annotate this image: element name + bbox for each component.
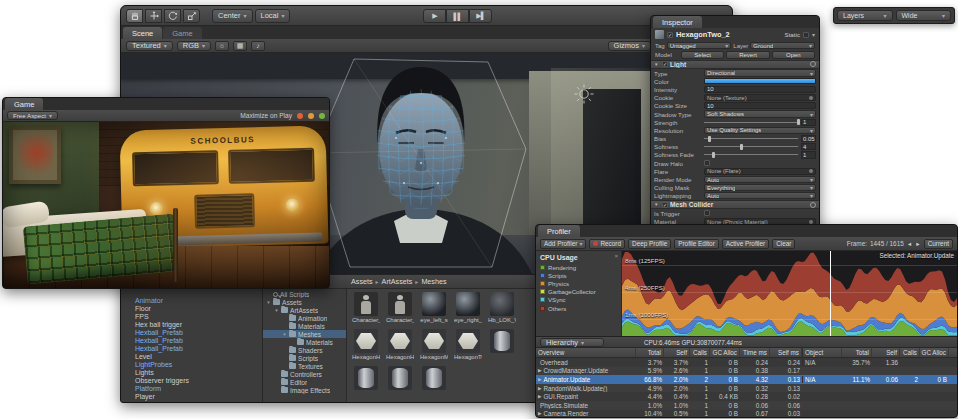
asset-item[interactable] [386,366,414,398]
tree-item[interactable]: Editor [263,378,346,386]
legend-item[interactable]: Others [540,304,617,312]
legend-item[interactable]: VSync [540,296,617,304]
hierarchy-item[interactable]: Level [121,353,262,361]
gameobject-name[interactable]: HexagonTwo_2 [676,30,782,39]
slider[interactable]: 1 [704,151,816,158]
slider-thumb[interactable] [740,144,743,150]
hierarchy-item[interactable]: Animator [121,297,262,305]
profiler-row[interactable]: ▶Animator.Update66.8%2.0%20 B4.320.13N/A… [536,375,957,384]
clear-button[interactable]: Clear [772,239,795,249]
asset-item[interactable]: Character_1 [352,292,380,324]
chevron-down-icon[interactable]: ▾ [812,31,815,38]
overlay-toggle[interactable]: ▦ [233,41,247,51]
text-field[interactable]: 10 [704,86,816,93]
asset-item[interactable] [488,329,516,361]
column-header[interactable]: Self ms [770,348,802,357]
hierarchy-item[interactable]: Floor [121,305,262,313]
gizmos-dropdown[interactable]: Gizmos ▾ [608,41,651,51]
gear-icon[interactable] [810,61,816,67]
tree-item[interactable]: Controllers [263,370,346,378]
tab-inspector[interactable]: Inspector [653,16,702,28]
revert-button[interactable]: Revert [726,51,769,59]
tree-item[interactable]: ▼Meshes [263,330,346,338]
column-header[interactable]: Self [872,348,900,357]
object-field[interactable]: None (Flare) [704,168,816,175]
text-field[interactable]: 10 [704,102,816,109]
component-header[interactable]: ▼Light [651,60,819,69]
asset-item[interactable]: eye_left_s [420,292,448,324]
checkbox-box[interactable] [704,210,710,216]
game-viewport[interactable]: SCHOOLBUS [3,122,329,288]
profiler-row[interactable]: ▶CrowdManager.Update5.9%2.6%10 B0.380.17 [536,367,957,376]
light-gizmo-icon[interactable] [573,83,595,105]
legend-item[interactable]: Physics [540,279,617,287]
tree-item[interactable]: Animation [263,314,346,322]
active-profiler-dropdown[interactable]: Active Profiler [722,239,769,249]
tree-item[interactable]: Shaders [263,346,346,354]
legend-item[interactable]: Scripts [540,271,617,279]
property-dropdown[interactable]: Soft Shadows▾ [704,110,816,117]
maximize-on-play-toggle[interactable]: Maximize on Play [240,112,292,119]
property-dropdown[interactable]: Use Quality Settings▾ [704,127,816,134]
gear-icon[interactable] [810,202,816,208]
column-header[interactable]: Calls [900,348,920,357]
asset-item[interactable]: HexagonHalf [386,329,414,361]
cpu-graph-area[interactable]: Selected: Animator.Update 8ms (125FPS)4m… [622,251,957,336]
object-field[interactable]: None (Texture) [704,94,816,101]
deep-profile-toggle[interactable]: Deep Profile [628,239,671,249]
asset-item[interactable]: HexagonHalf [352,329,380,361]
component-enabled-checkbox[interactable] [662,61,668,67]
profiler-row[interactable]: Physics.Simulate1.0%1.0%10 B0.060.06 [536,401,957,410]
property-dropdown[interactable]: Everything▾ [704,184,816,191]
breadcrumb-item[interactable]: ArtAssets [382,277,413,286]
tree-item[interactable]: ▼ArtAssets [263,306,346,314]
column-header[interactable]: Overview [536,348,636,357]
play-button[interactable]: ▶ [423,9,446,23]
record-toggle[interactable]: Record [589,239,625,249]
column-header[interactable]: GC Alloc [920,348,949,357]
hierarchy-item[interactable]: Hexball_Prefab [121,345,262,353]
slider-track[interactable] [704,154,798,155]
fold-arrow-icon[interactable]: ▼ [266,300,271,305]
legend-item[interactable]: Rendering [540,263,617,271]
hierarchy-item[interactable]: Player [121,393,262,401]
select-button[interactable]: Select [681,51,724,59]
open-button[interactable]: Open [772,51,815,59]
tree-item[interactable]: Textures [263,362,346,370]
tab-scene[interactable]: Scene [123,27,162,39]
rotate-tool-button[interactable] [164,9,181,23]
fold-arrow-icon[interactable]: ▶ [538,411,541,416]
component-header[interactable]: ▼Mesh Collider [651,200,819,209]
hierarchy-item[interactable]: LightProbes [121,361,262,369]
step-button[interactable]: ▶▌ [469,9,492,23]
column-header[interactable]: Self [664,348,690,357]
prev-frame-button[interactable]: ◄ [907,241,912,247]
profile-editor-toggle[interactable]: Profile Editor [674,239,719,249]
profiler-row[interactable]: ▶Camera.Render10.4%0.5%10 B0.670.03 [536,410,957,417]
shading-mode-dropdown[interactable]: Textured ▾ [126,41,173,51]
fold-arrow-icon[interactable]: ▼ [274,308,279,313]
audio-toggle[interactable]: ♪ [251,41,265,51]
asset-item[interactable] [420,366,448,398]
fold-arrow-icon[interactable]: ▼ [654,202,660,207]
hierarchy-item[interactable]: Lights [121,369,262,377]
column-header[interactable]: Total [636,348,664,357]
property-dropdown[interactable]: Directional▾ [704,69,816,76]
column-header[interactable]: Object [802,348,842,357]
static-checkbox[interactable] [803,32,809,38]
hierarchy-view-dropdown[interactable]: Hierarchy ▾ [540,338,604,347]
object-picker-icon[interactable] [809,169,813,173]
space-toggle[interactable]: Local ▾ [255,9,291,23]
lighting-toggle[interactable]: ☼ [215,41,229,51]
aspect-dropdown[interactable]: Free Aspect ▾ [7,111,58,120]
property-dropdown[interactable]: Auto▾ [704,176,816,183]
fold-arrow-icon[interactable]: ▶ [538,386,541,391]
profiler-row[interactable]: Overhead3.7%3.7%10 B0.240.24N/A35.7%1.36 [536,358,957,367]
fold-arrow-icon[interactable]: ▶ [538,394,541,399]
hierarchy-item[interactable]: Hex ball trigger [121,321,262,329]
hierarchy-item[interactable]: Hexball_Prefab [121,337,262,345]
asset-item[interactable]: HexagonTwo [454,329,482,361]
slider-value-field[interactable]: 4 [801,143,816,150]
add-profiler-button[interactable]: Add Profiler ▾ [540,239,586,249]
layer-dropdown[interactable]: Ground ▾ [750,42,815,49]
